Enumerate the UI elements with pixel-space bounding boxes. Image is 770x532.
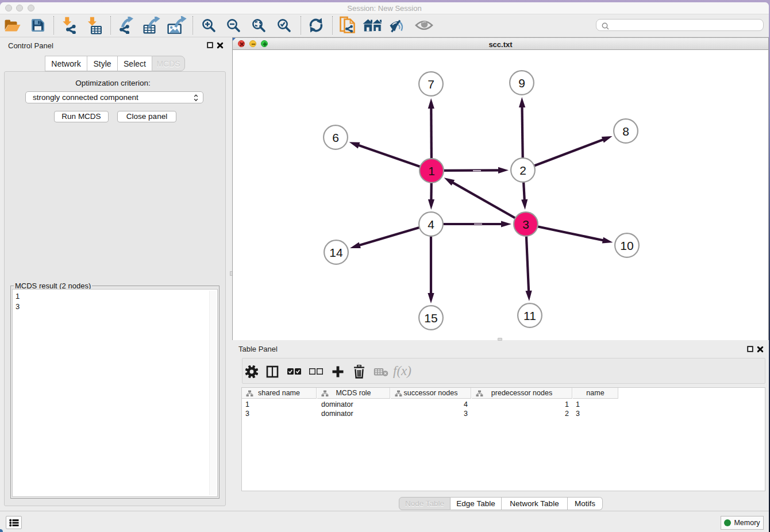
svg-text:15: 15 xyxy=(424,311,437,325)
svg-text:1: 1 xyxy=(428,164,435,178)
svg-text:8: 8 xyxy=(622,125,629,138)
svg-text:7: 7 xyxy=(428,78,434,91)
svg-text:14: 14 xyxy=(329,246,343,259)
svg-text:6: 6 xyxy=(332,131,339,144)
svg-text:4: 4 xyxy=(428,218,434,231)
svg-text:2: 2 xyxy=(519,164,526,177)
svg-text:10: 10 xyxy=(620,239,633,252)
svg-text:11: 11 xyxy=(523,309,536,322)
svg-text:9: 9 xyxy=(518,76,525,90)
svg-text:3: 3 xyxy=(522,218,529,231)
